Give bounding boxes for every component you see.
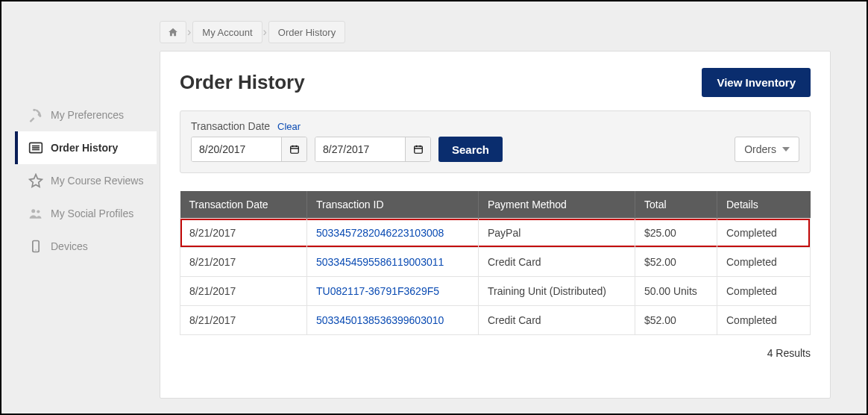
col-total[interactable]: Total (635, 191, 717, 219)
cell-details: Completed (717, 248, 811, 277)
main-panel: Order History View Inventory Transaction… (160, 51, 831, 399)
chevron-down-icon (782, 147, 790, 152)
cell-details: Completed (717, 277, 811, 306)
breadcrumb: › My Account › Order History (160, 21, 345, 43)
cell-payment-method: Credit Card (479, 248, 635, 277)
people-icon (28, 206, 43, 221)
cell-total: $25.00 (635, 219, 717, 248)
view-inventory-button[interactable]: View Inventory (702, 68, 811, 97)
date-from-input[interactable] (192, 137, 281, 161)
cell-payment-method: Training Unit (Distributed) (479, 277, 635, 306)
star-icon (28, 173, 43, 188)
svg-rect-8 (290, 146, 298, 153)
sidebar-item-label: My Social Profiles (51, 208, 133, 219)
col-transaction-date[interactable]: Transaction Date (180, 191, 307, 219)
date-to-calendar-button[interactable] (405, 137, 430, 161)
results-count: 4 Results (180, 347, 811, 359)
home-icon (168, 27, 178, 37)
tools-icon (28, 107, 43, 122)
calendar-icon (289, 144, 300, 155)
breadcrumb-my-account[interactable]: My Account (192, 21, 262, 43)
orders-dropdown[interactable]: Orders (735, 137, 799, 162)
sidebar-item-label: Devices (51, 240, 88, 252)
cell-transaction-id[interactable]: 5033454595586119003011 (307, 248, 479, 277)
svg-point-7 (35, 249, 37, 251)
breadcrumb-home[interactable] (160, 21, 186, 43)
cell-date: 8/21/2017 (180, 277, 307, 306)
table-row[interactable]: 8/21/20175033454595586119003011Credit Ca… (180, 248, 811, 277)
sidebar-item-label: My Course Reviews (51, 175, 143, 187)
list-icon (28, 140, 43, 155)
svg-point-4 (31, 209, 35, 213)
filter-bar: Transaction Date Clear Search (180, 110, 811, 173)
chevron-right-icon: › (187, 25, 191, 39)
cell-transaction-id[interactable]: TU082117-36791F3629F5 (307, 277, 479, 306)
transactions-table: Transaction Date Transaction ID Payment … (180, 191, 811, 335)
table-row[interactable]: 8/21/2017TU082117-36791F3629F5Training U… (180, 277, 811, 306)
chevron-right-icon: › (263, 25, 267, 39)
col-transaction-id[interactable]: Transaction ID (307, 191, 479, 219)
calendar-icon (413, 144, 424, 155)
cell-date: 8/21/2017 (180, 219, 307, 248)
sidebar-item-devices[interactable]: Devices (15, 230, 157, 263)
device-icon (28, 239, 43, 254)
search-button[interactable]: Search (438, 137, 503, 162)
sidebar-item-my-course-reviews[interactable]: My Course Reviews (15, 164, 157, 197)
cell-date: 8/21/2017 (180, 306, 307, 335)
date-to-input[interactable] (315, 137, 405, 161)
cell-details: Completed (717, 306, 811, 335)
col-payment-method[interactable]: Payment Method (479, 191, 635, 219)
svg-rect-12 (414, 146, 422, 153)
sidebar-item-my-social-profiles[interactable]: My Social Profiles (15, 197, 157, 230)
cell-transaction-id[interactable]: 5033457282046223103008 (307, 219, 479, 248)
col-details[interactable]: Details (717, 191, 811, 219)
breadcrumb-label: Order History (278, 27, 336, 38)
breadcrumb-order-history[interactable]: Order History (268, 21, 345, 43)
sidebar-item-label: Order History (51, 142, 118, 154)
orders-dropdown-label: Orders (744, 143, 776, 155)
cell-total: 50.00 Units (635, 277, 717, 306)
cell-details: Completed (717, 219, 811, 248)
sidebar: My Preferences Order History My Course R… (15, 99, 157, 263)
filter-label: Transaction Date (191, 120, 270, 132)
date-from-field (191, 137, 307, 162)
cell-payment-method: PayPal (479, 219, 635, 248)
clear-link[interactable]: Clear (277, 121, 301, 132)
table-row[interactable]: 8/21/20175033457282046223103008PayPal$25… (180, 219, 811, 248)
breadcrumb-label: My Account (202, 27, 252, 38)
svg-point-5 (37, 210, 40, 213)
cell-transaction-id[interactable]: 5033450138536399603010 (307, 306, 479, 335)
date-to-field (315, 137, 431, 162)
table-header-row: Transaction Date Transaction ID Payment … (180, 191, 811, 219)
cell-total: $52.00 (635, 306, 717, 335)
sidebar-item-my-preferences[interactable]: My Preferences (15, 99, 157, 131)
page-title: Order History (180, 71, 305, 94)
cell-total: $52.00 (635, 248, 717, 277)
cell-date: 8/21/2017 (180, 248, 307, 277)
date-from-calendar-button[interactable] (281, 137, 306, 161)
cell-payment-method: Credit Card (479, 306, 635, 335)
sidebar-item-order-history[interactable]: Order History (15, 131, 157, 164)
table-row[interactable]: 8/21/20175033450138536399603010Credit Ca… (180, 306, 811, 335)
sidebar-item-label: My Preferences (51, 109, 124, 121)
